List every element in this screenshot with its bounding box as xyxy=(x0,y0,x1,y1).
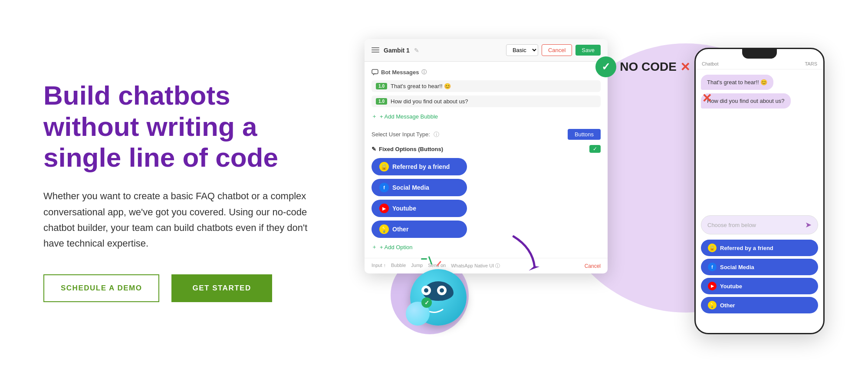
options-list: 🔒 Referred by a friend f Social Media ▶ … xyxy=(372,158,601,238)
gambit-title: Gambit 1 xyxy=(384,47,410,54)
bot-pupil-right xyxy=(440,288,444,293)
builder-panel: Gambit 1 ✎ Basic Cancel Save Bot Message… xyxy=(365,39,608,273)
robot-body: ✓ xyxy=(404,256,473,326)
input-type-row: Select User Input Type: ⓘ Buttons xyxy=(372,129,601,140)
phone-choose-input[interactable]: Choose from below ➤ xyxy=(701,215,818,234)
phone-friend-icon: 🔒 xyxy=(708,244,717,252)
option-btn-1[interactable]: 🔒 Referred by a friend xyxy=(372,158,467,175)
fixed-options-label: ✎ Fixed Options (Buttons) xyxy=(372,146,443,152)
no-code-text: NO CODE xyxy=(620,60,677,74)
bot-pupil-left xyxy=(424,288,428,293)
bot-eye-right xyxy=(437,286,447,295)
phone-option-4[interactable]: 💡 Other xyxy=(701,297,818,313)
mode-select[interactable]: Basic xyxy=(506,44,538,56)
get-started-button[interactable]: GET STARTED xyxy=(171,274,272,302)
option-btn-4[interactable]: 💡 Other xyxy=(372,221,467,238)
input-info-icon: ⓘ xyxy=(434,131,439,138)
version-badge-1: 1.0 xyxy=(376,83,387,89)
option-btn-2[interactable]: f Social Media xyxy=(372,179,467,196)
phone-option-1[interactable]: 🔒 Referred by a friend xyxy=(701,240,818,256)
other-icon: 💡 xyxy=(379,224,389,234)
svg-rect-0 xyxy=(372,69,378,74)
save-button[interactable]: Save xyxy=(575,45,601,56)
youtube-icon: ▶ xyxy=(379,204,389,213)
phone-option-2[interactable]: f Social Media xyxy=(701,259,818,275)
friend-icon: 🔒 xyxy=(379,162,389,171)
input-type-label: Select User Input Type: ⓘ xyxy=(372,131,439,138)
add-plus-icon: ＋ xyxy=(372,243,377,251)
phone-yt-icon: ▶ xyxy=(708,282,717,290)
message-row-1: 1.0 That's great to hear!! 😊 xyxy=(372,80,601,92)
message-text-1: That's great to hear!! 😊 xyxy=(391,83,451,89)
plus-icon: ＋ xyxy=(372,112,377,120)
phone-mockup: Chatbot TARS That's great to hear!! 😊 Ho… xyxy=(694,48,825,334)
phone-bot-bubble-2: How did you find out about us? xyxy=(701,93,791,109)
builder-body: Bot Messages ⓘ 1.0 That's great to hear!… xyxy=(365,62,608,258)
info-icon: ⓘ xyxy=(421,69,427,76)
pencil-icon: ✎ xyxy=(372,146,376,152)
phone-user-options: Choose from below ➤ 🔒 Referred by a frie… xyxy=(701,215,818,313)
phone-header: Chatbot TARS xyxy=(696,59,823,69)
check-circle-icon: ✓ xyxy=(595,56,616,77)
phone-brand-chatbot: Chatbot xyxy=(702,61,719,66)
add-bubble-btn[interactable]: ＋ + Add Message Bubble xyxy=(372,111,601,122)
small-ball: ✓ xyxy=(406,302,430,326)
left-section: Build chatbots without writing a single … xyxy=(43,80,339,302)
cta-buttons: SCHEDULE A DEMO GET STARTED xyxy=(43,274,321,302)
panel-icon xyxy=(372,47,379,53)
no-code-badge: ✓ NO CODE ✕ xyxy=(595,56,690,77)
bot-messages-label: Bot Messages ⓘ xyxy=(372,69,601,76)
options-toggle: ✓ xyxy=(589,145,601,153)
phone-fb-icon: f xyxy=(708,263,717,271)
version-badge-2: 1.0 xyxy=(376,98,387,105)
edit-icon[interactable]: ✎ xyxy=(414,47,419,54)
cancel-button[interactable]: Cancel xyxy=(542,44,572,56)
x-mark-right-icon: ✕ xyxy=(702,91,712,105)
robot-character: ✓ xyxy=(404,256,473,326)
facebook-icon: f xyxy=(379,183,389,192)
builder-header-left: Gambit 1 ✎ xyxy=(372,47,419,54)
send-icon: ➤ xyxy=(805,220,812,230)
small-ball-check: ✓ xyxy=(421,297,432,308)
deco-line-2 xyxy=(437,261,441,267)
message-row-2: 1.0 How did you find out about us? xyxy=(372,96,601,107)
phone-option-3[interactable]: ▶ Youtube xyxy=(701,278,818,294)
add-option-btn[interactable]: ＋ + Add Option xyxy=(372,243,601,251)
phone-bot-bubble-1: That's great to hear!! 😊 xyxy=(701,75,773,90)
demo-button[interactable]: SCHEDULE A DEMO xyxy=(43,274,159,302)
builder-footer: Input ↑ Bubble Jump Send on WhatsApp Nat… xyxy=(365,258,608,273)
deco-line-3 xyxy=(421,258,427,260)
page-wrapper: Build chatbots without writing a single … xyxy=(0,0,868,382)
headline: Build chatbots without writing a single … xyxy=(43,80,321,173)
header-controls: Basic Cancel Save xyxy=(506,44,601,56)
description: Whether you want to create a basic FAQ c… xyxy=(43,188,312,251)
fixed-options-header: ✎ Fixed Options (Buttons) ✓ xyxy=(372,145,601,153)
phone-notch xyxy=(742,49,777,59)
footer-cancel-link[interactable]: Cancel xyxy=(585,263,601,269)
bot-eye-left xyxy=(421,286,431,295)
right-section: ✕ ✕ ✓ NO CODE ✕ Gambit 1 ✎ Basic xyxy=(356,22,833,360)
phone-body: That's great to hear!! 😊 How did you fin… xyxy=(696,69,823,319)
phone-brand-tars: TARS xyxy=(805,61,817,66)
deco-line-1 xyxy=(428,256,433,265)
phone-other-icon: 💡 xyxy=(708,301,717,310)
message-text-2: How did you find out about us? xyxy=(391,98,468,105)
builder-header: Gambit 1 ✎ Basic Cancel Save xyxy=(365,39,608,62)
buttons-type-btn[interactable]: Buttons xyxy=(568,129,601,140)
chat-icon xyxy=(372,69,378,76)
no-code-x-icon: ✕ xyxy=(680,60,690,74)
option-btn-3[interactable]: ▶ Youtube xyxy=(372,200,467,217)
